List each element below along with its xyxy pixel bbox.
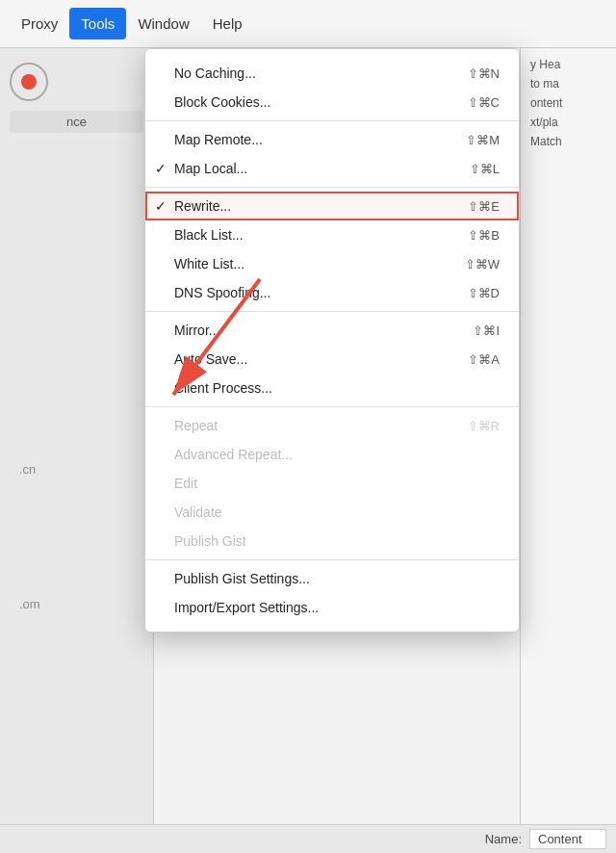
right-text-4: xt/pla bbox=[530, 116, 606, 129]
menu-item-repeat: Repeat ⇧⌘R bbox=[145, 411, 519, 440]
menu-item-edit: Edit bbox=[145, 469, 519, 498]
record-button[interactable] bbox=[10, 63, 48, 101]
menu-item-publish-gist: Publish Gist bbox=[145, 527, 519, 556]
content-value: Content bbox=[529, 829, 606, 849]
menu-item-rewrite[interactable]: ✓ Rewrite... ⇧⌘E bbox=[145, 192, 519, 220]
bg-text-cn: .cn bbox=[19, 462, 36, 477]
app-content: nce y Hea to ma ontent xt/pla Match .cn … bbox=[0, 48, 616, 853]
right-text-2: to ma bbox=[530, 77, 606, 90]
menu-bar: Proxy Tools Window Help bbox=[0, 0, 616, 48]
menu-section-3: ✓ Rewrite... ⇧⌘E Black List... ⇧⌘B White… bbox=[145, 188, 519, 312]
menu-item-black-list[interactable]: Black List... ⇧⌘B bbox=[145, 220, 519, 249]
right-text-1: y Hea bbox=[530, 58, 606, 71]
menu-section-6: Publish Gist Settings... Import/Export S… bbox=[145, 560, 519, 626]
menu-section-5: Repeat ⇧⌘R Advanced Repeat... Edit Valid… bbox=[145, 407, 519, 560]
menu-help[interactable]: Help bbox=[201, 8, 254, 39]
bg-text-om: .om bbox=[19, 597, 40, 611]
checkmark-rewrite: ✓ bbox=[155, 198, 167, 214]
menu-item-block-cookies[interactable]: Block Cookies... ⇧⌘C bbox=[145, 88, 519, 116]
menu-item-import-export-settings[interactable]: Import/Export Settings... bbox=[145, 593, 519, 622]
menu-item-client-process[interactable]: Client Process... bbox=[145, 374, 519, 402]
menu-item-map-remote[interactable]: Map Remote... ⇧⌘M bbox=[145, 125, 519, 154]
menu-section-4: Mirror... ⇧⌘I Auto Save... ⇧⌘A Client Pr… bbox=[145, 312, 519, 407]
right-text-5: Match bbox=[530, 135, 606, 148]
menu-item-mirror[interactable]: Mirror... ⇧⌘I bbox=[145, 316, 519, 345]
menu-item-validate: Validate bbox=[145, 498, 519, 527]
menu-item-no-caching[interactable]: No Caching... ⇧⌘N bbox=[145, 59, 519, 88]
menu-proxy[interactable]: Proxy bbox=[10, 8, 69, 39]
checkmark-map-local: ✓ bbox=[155, 161, 167, 176]
menu-item-white-list[interactable]: White List... ⇧⌘W bbox=[145, 249, 519, 278]
menu-section-2: Map Remote... ⇧⌘M ✓ Map Local... ⇧⌘L bbox=[145, 121, 519, 188]
menu-item-dns-spoofing[interactable]: DNS Spoofing... ⇧⌘D bbox=[145, 278, 519, 307]
tools-dropdown-menu: No Caching... ⇧⌘N Block Cookies... ⇧⌘C M… bbox=[144, 48, 520, 633]
menu-section-1: No Caching... ⇧⌘N Block Cookies... ⇧⌘C bbox=[145, 55, 519, 121]
menu-tools[interactable]: Tools bbox=[69, 8, 126, 39]
record-dot bbox=[21, 74, 37, 90]
right-text-3: ontent bbox=[530, 96, 606, 110]
menu-item-publish-gist-settings[interactable]: Publish Gist Settings... bbox=[145, 564, 519, 593]
panel-label: nce bbox=[10, 111, 143, 133]
left-panel: nce bbox=[0, 48, 154, 853]
menu-item-auto-save[interactable]: Auto Save... ⇧⌘A bbox=[145, 345, 519, 374]
menu-item-map-local[interactable]: ✓ Map Local... ⇧⌘L bbox=[145, 154, 519, 183]
bottom-bar: Name: Content bbox=[0, 824, 616, 853]
name-label: Name: bbox=[485, 832, 522, 846]
right-panel: y Hea to ma ontent xt/pla Match bbox=[520, 48, 616, 853]
menu-window[interactable]: Window bbox=[126, 8, 200, 39]
menu-item-advanced-repeat: Advanced Repeat... bbox=[145, 440, 519, 469]
